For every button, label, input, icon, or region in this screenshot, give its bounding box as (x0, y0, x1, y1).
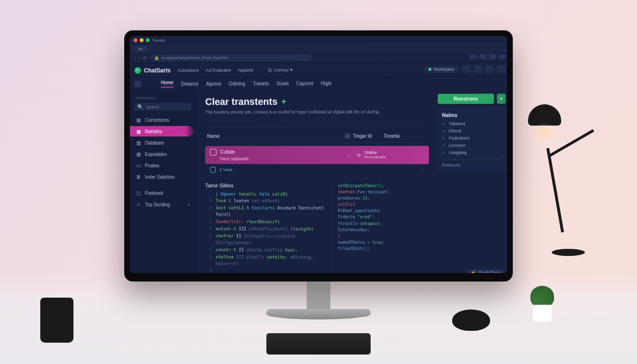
menu-icon[interactable] (135, 81, 141, 87)
check-item[interactable]: Tolsseed (442, 121, 501, 126)
sidebar-item-raristes[interactable]: ▦ Raristes (130, 126, 195, 136)
row-collapse-icon[interactable]: ⌄ (347, 153, 356, 157)
sidebar-search[interactable]: 🔍 (134, 103, 191, 111)
col-tingar-id[interactable]: ⓘ Tingar Id (345, 133, 383, 139)
brand-logo-icon (135, 67, 141, 73)
nav-tab-home[interactable]: Home (161, 80, 173, 88)
sliders-icon: ≣ (136, 174, 141, 180)
nav-tab[interactable]: Agonet (206, 81, 221, 86)
checks-card: Nalms Tolsseed Ditscel Padioshent Lerors… (437, 108, 505, 172)
chevron-down-icon: ▾ (290, 67, 292, 72)
sidebar-item-poales[interactable]: ▭ Poales (130, 160, 195, 171)
right-panel: Runstrons ▾ Nalms Tolsseed Ditscel Padio… (437, 89, 507, 273)
top-menu-item[interactable]: ◎ Convoy ▾ (268, 67, 292, 72)
secondary-nav: Home Detance Agonet Odtning Tranets Sose… (130, 76, 507, 90)
sidebar-item-label: Inder Saliction (145, 174, 175, 180)
ext-icon[interactable] (499, 54, 505, 58)
code-editor-left[interactable]: ( Ugener tenatlc hale calsD)1Tesd ( loat… (205, 191, 327, 273)
nav-tab[interactable]: Capront (296, 81, 313, 86)
app-header: ChatSarts Activations Ad Evaluator Appar… (130, 62, 507, 78)
status-dot-icon (428, 68, 431, 71)
nav-tab[interactable]: Tranets (253, 81, 269, 86)
chart-icon: ▧ (136, 151, 141, 157)
sidebar-item-label: Expodales (145, 151, 167, 156)
minimize-icon[interactable] (140, 38, 144, 42)
top-menu-item[interactable]: Ad Evaluator (206, 67, 231, 73)
header-action-icon[interactable] (497, 65, 505, 73)
address-bar[interactable]: 🔒 localhost/transients/ad_visual_inspect… (151, 54, 312, 62)
layers-icon: ▤ (136, 117, 141, 123)
sidebar-item-pantived[interactable]: ▢ Pantived (130, 188, 195, 198)
sidebar-item-corrections[interactable]: ▤ Corrections (130, 115, 195, 125)
bars-icon: ▭ (136, 163, 141, 168)
row-label: 1 Vore (219, 167, 232, 172)
page-title: Clear transtents (205, 96, 277, 108)
check-item[interactable]: Lerorsort (442, 143, 501, 148)
globe-icon: ◎ (268, 67, 272, 73)
sidebar-item-databars[interactable]: ▥ Databars (130, 137, 195, 148)
sidebar-item-label: Poales (145, 163, 159, 168)
address-text: localhost/transients/ad_visual_inspector (162, 55, 228, 60)
row-subtitle: Tren1 replonesh (210, 156, 347, 161)
window-controls[interactable] (134, 38, 150, 42)
nav-tab[interactable]: Soset (276, 81, 289, 86)
archive-icon: ▢ (136, 190, 141, 196)
sidebar-item-label: Corrections (145, 117, 169, 122)
star-icon: ☆ (136, 201, 141, 207)
chevron-down-icon: ⌄ (421, 167, 424, 172)
ext-icon[interactable] (470, 54, 476, 59)
sidebar-item-label: Top Sording (145, 202, 170, 207)
maximize-icon[interactable] (146, 38, 150, 42)
row-name: Cutisle (220, 149, 235, 155)
col-name[interactable]: Name (207, 133, 345, 139)
header-action-icon[interactable] (485, 65, 494, 73)
table-header: Name ⓘ Tingar Id Toranta (205, 130, 429, 143)
quickcheck-pill[interactable]: ⚡ QuickCheck (466, 269, 506, 273)
row-stat-label: Online (364, 150, 386, 155)
database-icon: ▦ (136, 128, 141, 134)
nav-tab[interactable]: Higls (321, 81, 331, 86)
search-input[interactable] (146, 104, 199, 109)
chevron-right-icon: › (188, 202, 190, 207)
brand[interactable]: ChatSarts (135, 67, 171, 73)
sidebar-item-inder-saliction[interactable]: ≣ Inder Saliction (130, 172, 195, 182)
forward-icon[interactable]: › (139, 55, 140, 60)
reload-icon[interactable]: ⟳ (143, 55, 147, 60)
top-menu-item[interactable]: Activations (177, 67, 199, 73)
col-toranta[interactable]: Toranta (383, 133, 427, 139)
header-action-icon[interactable] (462, 65, 471, 73)
back-icon[interactable]: ‹ (135, 55, 136, 60)
lock-icon: 🔒 (155, 56, 159, 60)
check-item[interactable]: Unagateg (442, 150, 501, 155)
workspace-badge[interactable]: Workspace (423, 65, 459, 73)
sidebar-item-label: Pantived (145, 191, 164, 196)
grid-icon: ▥ (136, 140, 141, 146)
check-item[interactable]: Ditscel (442, 128, 501, 133)
table-row[interactable]: 1 Vore ⌄ (205, 164, 429, 176)
sidebar-group-label: Workspace (130, 94, 195, 101)
header-action-icon[interactable] (473, 65, 482, 73)
chevron-down-icon: ▾ (500, 97, 502, 101)
add-icon[interactable]: + (281, 97, 286, 107)
sidebar-item-top-sording[interactable]: ☆ Top Sording › (130, 199, 195, 209)
page-subtitle: The baseline priority site. Closest icon… (205, 109, 429, 116)
nav-tab[interactable]: Odtning (229, 81, 246, 86)
table-row-selected[interactable]: Cutisle Tren1 replonesh ⌄ ◷ Online Pluro… (205, 146, 429, 164)
run-button[interactable]: Runstrons (437, 94, 494, 104)
ext-icon[interactable] (489, 54, 496, 59)
toolbar-strip (205, 120, 429, 127)
code-section-title: Tame Silites (205, 182, 327, 188)
clock-icon: ◷ (357, 152, 361, 157)
sidebar-item-expodales[interactable]: ▧ Expodales (130, 149, 195, 159)
check-item[interactable]: Padioshent (442, 136, 501, 140)
browser-tab[interactable]: ●● (134, 46, 147, 52)
run-dropdown-button[interactable]: ▾ (497, 94, 505, 104)
file-icon (210, 148, 217, 155)
ext-icon[interactable] (479, 54, 486, 59)
bolt-icon: ⚡ (471, 270, 476, 273)
close-icon[interactable] (134, 38, 137, 42)
search-icon: 🔍 (137, 104, 143, 109)
top-menu-item[interactable]: Apparts (238, 67, 254, 73)
nav-tab[interactable]: Detance (181, 81, 199, 86)
code-output-right: setDcorpateTmenr();thefnet-Fvn_telnsiet;… (333, 182, 429, 273)
